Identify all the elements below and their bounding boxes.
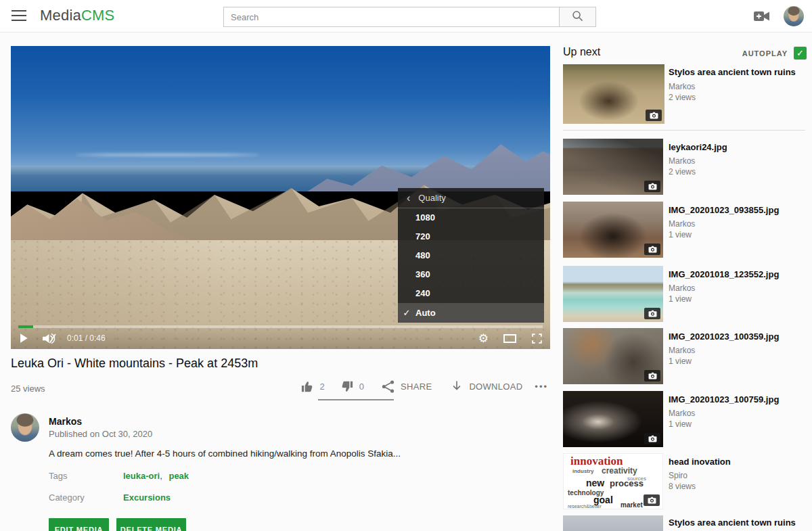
delete-media-button[interactable]: DELETE MEDIA [116, 518, 186, 531]
download-button[interactable]: DOWNLOAD [451, 379, 522, 393]
item-author: Markos [669, 156, 695, 166]
author-avatar[interactable] [11, 413, 39, 442]
time-display: 0:01 / 0:46 [67, 333, 106, 343]
item-views: 8 views [669, 482, 696, 491]
play-icon[interactable] [18, 333, 28, 344]
up-next-heading: Up next [563, 46, 600, 58]
fullscreen-icon[interactable] [531, 333, 543, 344]
thumbs-down-icon [340, 379, 354, 394]
item-views: 1 view [669, 356, 692, 366]
share-icon [382, 379, 394, 394]
thumbnail[interactable] [563, 64, 664, 124]
image-badge [644, 494, 660, 506]
menu-icon[interactable] [12, 10, 26, 22]
quality-menu-title: Quality [418, 193, 445, 203]
check-icon: ✓ [398, 304, 415, 323]
cloud-word: research&better [568, 504, 602, 509]
item-views: 1 view [669, 294, 692, 304]
volume-muted-icon[interactable] [42, 333, 56, 344]
autoplay-checkbox[interactable]: ✓ [794, 47, 807, 60]
seek-bar-fill [18, 325, 33, 328]
checkmark-icon: ✓ [796, 48, 804, 58]
upload-media-button[interactable] [753, 9, 771, 23]
edit-media-button[interactable]: EDIT MEDIA [49, 518, 109, 531]
thumbnail[interactable] [563, 139, 663, 195]
item-title[interactable]: Stylos area ancient town ruins [669, 67, 807, 78]
item-title[interactable]: head inovation [669, 457, 807, 467]
item-author: Markos [669, 409, 695, 418]
item-views: 1 view [669, 419, 692, 429]
quality-option-240[interactable]: 240 [398, 284, 544, 303]
quality-option-480[interactable]: 480 [398, 246, 544, 265]
item-title[interactable]: IMG_20201023_100759.jpg [669, 394, 807, 405]
download-arrow-icon [451, 379, 463, 393]
settings-gear-icon[interactable]: ⚙ [478, 333, 489, 344]
media-description: A dream comes true! After 4-5 hours of c… [49, 448, 482, 459]
search-input[interactable] [223, 7, 560, 27]
user-avatar[interactable] [784, 6, 804, 26]
video-player[interactable]: ‹ Quality 1080 720 480 360 240 ✓ Auto 0:… [11, 46, 550, 349]
view-count: 25 views [11, 384, 45, 394]
tags-label: Tags [49, 471, 67, 481]
logo[interactable]: MediaCMS [40, 7, 114, 24]
item-title[interactable]: IMG_20201023_100359.jpg [669, 331, 807, 342]
item-views: 2 views [669, 167, 696, 177]
dislike-button[interactable]: 0 [340, 379, 364, 394]
item-title[interactable]: Stylos area ancient town ruins [669, 517, 807, 528]
thumbnail[interactable]: innovation industry creativity sources n… [563, 453, 663, 509]
quality-option-auto-selected[interactable]: ✓ Auto [398, 303, 544, 323]
thumbnail[interactable] [563, 328, 663, 384]
search-button[interactable] [559, 7, 596, 27]
image-badge [644, 181, 660, 192]
thumbnail[interactable] [563, 202, 663, 258]
quality-option-auto-label: Auto [415, 304, 436, 323]
player-controls: 0:01 / 0:46 ⚙ [11, 323, 550, 349]
theater-mode-icon[interactable] [503, 334, 531, 343]
category-label: Category [49, 492, 85, 503]
item-author: Markos [669, 82, 695, 91]
cloud-word: industry [572, 468, 594, 474]
media-title: Leuka Ori - White mountains - Peak at 24… [11, 356, 484, 371]
thumbnail[interactable] [563, 515, 663, 531]
tag-separator: , [160, 471, 162, 481]
quality-option-1080[interactable]: 1080 [398, 208, 544, 227]
thumbnail[interactable] [563, 391, 663, 447]
image-badge [646, 110, 662, 121]
like-count: 2 [320, 382, 325, 392]
back-chevron-icon: ‹ [407, 192, 410, 204]
quality-menu-header[interactable]: ‹ Quality [398, 188, 544, 208]
image-badge [644, 308, 660, 319]
tag-link-leuka-ori[interactable]: leuka-ori [123, 471, 160, 481]
item-title[interactable]: IMG_20201018_123552.jpg [669, 269, 807, 280]
item-views: 2 views [669, 93, 696, 102]
up-next-sidebar: Up next AUTOPLAY ✓ Stylos area ancient t… [563, 41, 809, 531]
tag-link-peak[interactable]: peak [168, 471, 189, 481]
video-frame-contrail [76, 154, 259, 156]
more-actions-button[interactable]: ••• [535, 382, 548, 392]
seek-bar[interactable] [18, 325, 543, 328]
like-button[interactable]: 2 [300, 379, 325, 394]
item-author: Markos [669, 283, 695, 293]
cloud-word: new [586, 478, 604, 488]
item-author: Markos [669, 219, 695, 229]
search-icon [571, 9, 584, 25]
quality-menu: ‹ Quality 1080 720 480 360 240 ✓ Auto [398, 188, 544, 323]
thumbnail[interactable] [563, 266, 663, 322]
quality-option-360[interactable]: 360 [398, 265, 544, 284]
action-bar: 2 0 SHARE DOWNLOAD ••• [311, 376, 548, 396]
image-badge [644, 244, 660, 255]
item-author: Spiro [669, 471, 687, 480]
share-button[interactable]: SHARE [382, 379, 432, 394]
item-title[interactable]: leykaori24.jpg [669, 142, 807, 153]
quality-option-720[interactable]: 720 [398, 227, 544, 246]
image-badge [644, 370, 660, 382]
author-name[interactable]: Markos [49, 416, 82, 427]
logo-media: Media [40, 7, 81, 24]
category-link[interactable]: Excursions [123, 492, 171, 503]
item-title[interactable]: IMG_20201023_093855.jpg [669, 205, 807, 216]
search-bar [223, 7, 596, 27]
cloud-word: market [621, 501, 643, 509]
publish-date: Published on Oct 30, 2020 [49, 429, 152, 439]
tags-row: leuka-ori, peak [123, 471, 189, 481]
dislike-count: 0 [359, 382, 364, 392]
